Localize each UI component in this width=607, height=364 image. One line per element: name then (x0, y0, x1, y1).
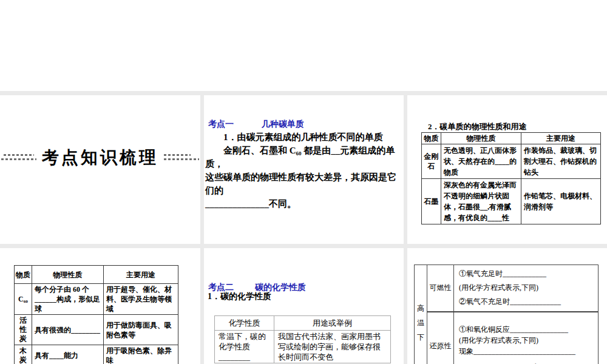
cell-substance: 木炭 (15, 345, 32, 364)
section-title: 考点知识梳理 (42, 146, 158, 169)
content-line: ①氧气充足时____________ (459, 267, 597, 281)
paragraph-line: 1．由碳元素组成的几种性质不同的单质 (205, 130, 402, 144)
col-header-use-example: 用途或举例 (274, 316, 391, 331)
cell-property: 每个分子由 60 个______构成，形似足球 (32, 284, 104, 315)
cell-use: 作铅笔芯、电极材料、润滑剂等 (521, 179, 601, 224)
content-line: ____________________， (459, 357, 597, 364)
cell-chemical-property: 常温下，碳的化学性质________ (215, 331, 274, 363)
col-header-property: 物理性质 (441, 133, 521, 144)
slide-thumbnail-hightemp-table[interactable]: 高温下 可燃性 ①氧气充足时____________ (用化学方程式表示,下同)… (407, 248, 607, 364)
chemical-properties-subtitle: 1．碳的化学性质 (208, 291, 271, 302)
slide-thumbnail-kaodian2[interactable]: 考点二 碳的化学性质 1．碳的化学性质 化学性质 用途或举例 常温下，碳的化学性… (204, 248, 404, 364)
col-header-use: 主要用途 (521, 133, 601, 144)
paragraph-line: 金刚石、石墨和 C₆₀ 都是由__元素组成的单质， (205, 144, 402, 170)
cell-property: 具有____能力 (32, 345, 104, 364)
kaodian1-title: 几种碳单质 (262, 119, 304, 130)
slide-thumbnail-knowledge-review[interactable]: 考点知识梳理 (0, 95, 200, 244)
slide-thumbnail-physical-properties[interactable]: 2．碳单质的物理性质和用途 物质 物理性质 主要用途 金刚石 无色透明、正八面体… (407, 95, 607, 244)
carbon-allotropes-table: 物质 物理性质 主要用途 C₆₀ 每个分子由 60 个______构成，形似足球… (14, 265, 178, 364)
cell-combustibility-content: ①氧气充足时____________ (用化学方程式表示,下同) ②氧气不充足时… (454, 265, 599, 312)
carbon-physical-table: 物质 物理性质 主要用途 金刚石 无色透明、正八面体形状、天然存在的____的物… (421, 132, 601, 224)
cell-property: 深灰色的有金属光泽而不透明的细鳞片状固体，石墨很__,有滑腻感，有优良的____… (441, 179, 521, 224)
col-header-substance: 物质 (15, 266, 32, 284)
carbon-intro-paragraph: 1．由碳元素组成的几种性质不同的单质 金刚石、石墨和 C₆₀ 都是由__元素组成… (205, 130, 402, 211)
row-header-high-temp: 高温下 (415, 265, 427, 364)
dashes-left-icon (1, 153, 36, 163)
cell-use: 作装饰品、裁玻璃、切割大理石、作钻探机的钻头 (521, 144, 601, 179)
section-title-row: 考点知识梳理 (0, 146, 200, 169)
blank-slide-band (0, 0, 607, 91)
kaodian1-tag: 考点一 (208, 119, 234, 130)
paragraph-line: 这些碳单质的物理性质有较大差异，其原因是它们的 (205, 170, 402, 197)
content-line: 现象____________________________ (459, 346, 597, 357)
cell-label-reducibility: 还原性 (427, 312, 454, 364)
col-header-substance: 物质 (422, 133, 441, 144)
cell-use: 用于超导、催化、材料、医学及生物等领域 (104, 284, 178, 315)
slide-thumbnail-allotropes-table[interactable]: 物质 物理性质 主要用途 C₆₀ 每个分子由 60 个______构成，形似足球… (0, 248, 200, 364)
col-header-use: 主要用途 (104, 266, 178, 284)
cell-use: 用于吸附色素、除异味 (104, 345, 178, 364)
content-line: ①和氧化铜反应________________ (459, 324, 597, 335)
col-header-property: 物理性质 (32, 266, 104, 284)
dashes-right-icon (164, 153, 199, 163)
content-line: (用化学方程式表示,下同) (459, 335, 597, 346)
cell-substance: 活性炭 (15, 315, 32, 345)
cell-use: 用于做防毒面具、吸附色素等 (104, 315, 178, 345)
slide-sorter-canvas: 考点知识梳理 考点一 几种碳单质 1．由碳元素组成的几种性质不同的单质 金刚石、… (0, 0, 607, 364)
slide-thumbnail-kaodian1[interactable]: 考点一 几种碳单质 1．由碳元素组成的几种性质不同的单质 金刚石、石墨和 C₆₀… (204, 95, 404, 244)
cell-use-example: 我国古代书法家、画家用墨书写或绘制的字画，能够保存很长时间而不变色 (274, 331, 391, 363)
content-line: ②氧气不充足时______________ (459, 295, 597, 309)
paragraph-line: ______________不同。 (205, 197, 402, 211)
cell-substance: C₆₀ (15, 284, 32, 315)
content-line: (用化学方程式表示,下同) (459, 281, 597, 295)
carbon-hightemp-table: 高温下 可燃性 ①氧气充足时____________ (用化学方程式表示,下同)… (414, 265, 599, 364)
col-header-chemical-property: 化学性质 (215, 316, 274, 331)
cell-label-combustibility: 可燃性 (427, 265, 454, 312)
cell-substance: 石墨 (422, 179, 441, 224)
cell-substance: 金刚石 (422, 144, 441, 179)
cell-reducibility-content: ①和氧化铜反应________________ (用化学方程式表示,下同) 现象… (454, 312, 599, 364)
cell-property: 具有很强的________ (32, 315, 104, 345)
carbon-chemical-table: 化学性质 用途或举例 常温下，碳的化学性质________ 我国古代书法家、画家… (214, 315, 391, 363)
physical-properties-title: 2．碳单质的物理性质和用途 (428, 121, 527, 132)
cell-property: 无色透明、正八面体形状、天然存在的____的物质 (441, 144, 521, 179)
